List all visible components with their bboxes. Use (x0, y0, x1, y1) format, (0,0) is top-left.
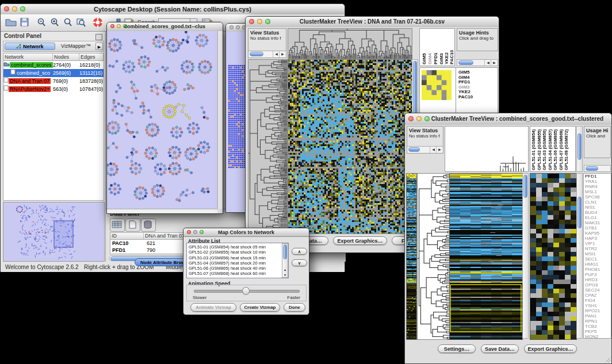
tv2-gene-label[interactable]: GPI16 (585, 282, 611, 288)
minimize-button[interactable] (257, 19, 262, 24)
attribute-list-item[interactable]: GPL51-06 (GSM865) heat shock 40 min (189, 266, 281, 271)
network-row-combined-scores[interactable]: combined_scores 2764(0) 16218(0) (3, 61, 104, 69)
open-file-icon[interactable] (5, 17, 17, 29)
tv2-gene-label[interactable]: NIS1 (585, 205, 611, 210)
speed-slider-thumb[interactable] (242, 287, 250, 295)
scroll-right-button[interactable]: ▶ (491, 60, 498, 66)
tv2-gene-label[interactable]: BUD4 (585, 210, 611, 215)
delete-attribute-button[interactable] (141, 219, 156, 232)
tv2-gene-label[interactable]: TCB3 (585, 324, 611, 329)
tv2-row-dendrogram[interactable] (417, 173, 450, 340)
treeview1-titlebar[interactable]: ClusterMaker TreeView : DNA and Tran 07-… (246, 17, 499, 28)
tv2-column-dendrogram[interactable] (445, 127, 528, 171)
tv1-heatmap[interactable] (288, 59, 412, 234)
tab-vizmapper[interactable]: VizMapper™ (58, 43, 94, 50)
tv2-gene-label[interactable]: SPC98 (585, 194, 611, 200)
minimize-button[interactable] (236, 25, 240, 29)
scroll-right-button[interactable]: ▶ (436, 147, 443, 153)
animate-vizmap-button[interactable]: Animate Vizmap (190, 303, 236, 312)
tv2-gene-label[interactable]: RNR4 (585, 184, 611, 189)
tv2-gene-label[interactable]: RPN1 (585, 319, 611, 324)
network-hscrollbar[interactable] (107, 209, 217, 213)
attribute-down-button[interactable]: ∨ (292, 259, 307, 266)
zoom-in-icon[interactable] (49, 17, 61, 29)
scroll-thumb[interactable] (577, 133, 582, 160)
tv1-column-dendrogram[interactable] (288, 28, 412, 59)
float-panel-icon[interactable] (95, 34, 102, 40)
zoom-fit-icon[interactable] (76, 17, 87, 29)
tv2-gene-label[interactable]: PEP5 (585, 329, 611, 334)
scroll-right-button[interactable]: ▶ (279, 51, 286, 58)
tv2-gene-label[interactable]: YSH1 (585, 303, 611, 308)
tv2-gene-label[interactable]: MSI1 (585, 251, 611, 256)
tab-network[interactable]: Network (5, 43, 55, 50)
tv2-usage-scrollbar[interactable] (584, 165, 611, 172)
attribute-up-button[interactable]: ∧ (292, 248, 307, 255)
close-button[interactable] (249, 19, 254, 24)
minimize-button[interactable] (416, 116, 422, 121)
tv2-gene-label[interactable]: MSL1 (585, 189, 611, 194)
save-icon[interactable] (20, 17, 31, 29)
attribute-list-vscrollbar[interactable]: ▲ ▼ (282, 243, 288, 278)
tv1-row-dendrogram[interactable] (248, 59, 288, 234)
tv2-export-graphics-button[interactable]: Export Graphics… (524, 344, 577, 353)
attribute-list-item[interactable]: GPL51-03 (GSM856) heat shock 15 min (189, 255, 281, 260)
scroll-thumb[interactable] (523, 175, 527, 198)
dialog-titlebar[interactable]: Map Colors to Network (183, 228, 309, 237)
network-row-rnapuber[interactable]: RNAPuberNov2+ 563(0) 107847(0) (3, 85, 104, 93)
zoom-selected-icon[interactable] (63, 17, 74, 29)
network-overview-canvas[interactable] (3, 202, 104, 261)
close-button[interactable] (110, 24, 114, 28)
tv2-column-dendrogram-panel[interactable] (445, 126, 529, 172)
network-graph-canvas[interactable] (107, 31, 217, 209)
network-row-combined-sco-selected[interactable]: combined_sco 2569(6) 13112(15) (3, 69, 104, 77)
tv2-gene-label[interactable]: HRD3 (585, 277, 611, 282)
tv2-status-scrollbar[interactable]: ◀ ▶ (407, 146, 443, 153)
tv2-gene-label[interactable]: VIP1 (585, 241, 611, 246)
attribute-list-item[interactable]: GPL51-07 (GSM868) heat shock 60 min (189, 271, 281, 276)
tv2-gene-label[interactable]: PUF3 (585, 272, 611, 277)
tv2-gene-label[interactable]: RPO21 (585, 308, 611, 313)
tv1-export-graphics-button[interactable]: Export Graphics… (333, 236, 387, 245)
scroll-thumb[interactable] (577, 197, 582, 228)
tv2-labels-vscrollbar[interactable] (576, 126, 583, 172)
tv1-status-scrollbar[interactable]: ◀ ▶ (248, 51, 286, 58)
minimize-button[interactable] (117, 24, 121, 28)
resize-grip[interactable] (604, 356, 611, 363)
network-window-titlebar[interactable]: combined_scores_good.txt--cluste… (107, 22, 223, 32)
scroll-down-button[interactable]: ▼ (282, 273, 288, 277)
tv2-gene-label[interactable]: PFD1 (585, 174, 611, 179)
tv2-gene-label[interactable]: MON2 (585, 334, 611, 339)
tv2-global-overview-strip[interactable] (406, 173, 417, 340)
tv2-gene-label[interactable]: FIG4 (585, 298, 611, 303)
tv1-gene-list[interactable]: GIM5GIM4PFD1GIM3YKE2PAC10 (458, 70, 473, 99)
tv2-zoom-vscrollbar[interactable] (576, 173, 583, 339)
network-table-header[interactable]: Network Nodes Edges (3, 53, 104, 61)
network-row-dna-tran[interactable]: DNA and Tran 07 769(0) 183728(0) (3, 77, 104, 85)
tv2-gene-label[interactable]: HMG1 (585, 262, 611, 267)
treeview2-titlebar[interactable]: ClusterMaker TreeView : combined_scores_… (405, 113, 611, 125)
tv2-gene-label[interactable]: KAP95 (585, 231, 611, 236)
main-titlebar[interactable]: Cytoscape Desktop (Session Name: collins… (1, 4, 345, 15)
scroll-thumb[interactable] (250, 52, 263, 56)
attribute-list[interactable]: GPL51-01 (GSM854) heat shock 05 minGPL51… (189, 244, 281, 277)
network-graph-viewport[interactable] (107, 31, 217, 209)
tv2-gene-label[interactable]: PAN1 (585, 313, 611, 319)
tv2-gene-label[interactable]: HAP3 (585, 236, 611, 241)
tab-overflow-arrow[interactable]: ▶ (95, 43, 103, 50)
new-attribute-button[interactable] (125, 219, 140, 232)
scroll-thumb[interactable] (408, 147, 420, 152)
scroll-thumb[interactable] (283, 244, 287, 259)
tv1-usage-scrollbar[interactable]: ◀ ▶ (457, 59, 498, 66)
tv2-gene-label[interactable]: SEC1 (585, 256, 611, 262)
done-button[interactable]: Done (284, 303, 305, 312)
tv2-gene-label[interactable]: MAK31 (585, 220, 611, 225)
tv2-gene-label[interactable]: NTR2 (585, 246, 611, 251)
network-overview-panel[interactable] (3, 202, 105, 262)
create-vizmap-button[interactable]: Create Vizmap (240, 303, 280, 312)
close-button[interactable] (230, 25, 234, 29)
minimize-button[interactable] (12, 6, 17, 12)
tv2-heat-vscrollbar[interactable] (522, 173, 529, 339)
close-button[interactable] (4, 6, 9, 12)
scroll-thumb[interactable] (458, 60, 473, 65)
